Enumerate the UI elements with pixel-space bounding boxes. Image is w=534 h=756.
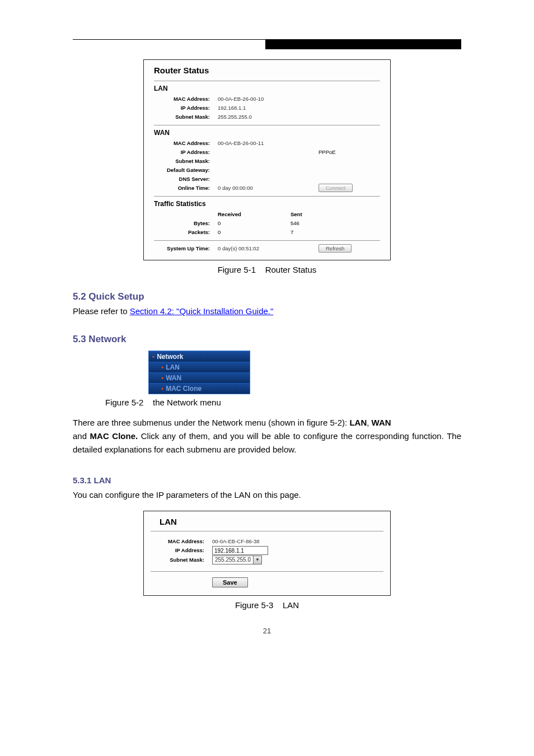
p1c: , [367,418,371,427]
menu-wan[interactable]: •WAN [149,372,250,383]
fig3-mask-label: Subnet Mask: [151,556,212,564]
fig3-mac: 00-0A-EB-CF-86-38 [212,537,383,546]
quick-setup-ref: Please refer to Section 4.2: "Quick Inst… [73,305,461,318]
bullet-icon: • [161,363,163,371]
col-sent: Sent [291,210,346,219]
row-pkts-recv: 0 [218,228,291,237]
heading-5-2: 5.2 Quick Setup [73,291,461,302]
save-button[interactable]: Save [212,577,248,587]
heading-5-3: 5.3 Network [73,334,461,345]
bullet-icon: • [152,353,154,361]
network-paragraph: There are three submenus under the Netwo… [73,416,461,456]
fig1-lan-ip: 192.168.1.1 [218,104,380,113]
quick-install-guide-link[interactable]: Section 4.2: "Quick Installation Guide." [130,306,274,316]
chevron-down-icon: ▼ [253,556,261,564]
row-bytes-recv: 0 [218,219,291,228]
fig1-wan-section: WAN MAC Address:00-0A-EB-26-00-11 IP Add… [154,125,380,193]
fig1-lan-mask: 255.255.255.0 [218,113,380,122]
fig1-lan-mac-label: MAC Address: [154,95,218,104]
col-received: Received [218,210,291,219]
fig1-uptime-section: System Up Time:0 day(s) 00:51:02Refresh [154,240,380,253]
fig1-uptime-value: 0 day(s) 00:51:02 [218,244,318,253]
fig1-wan-mask-label: Subnet Mask: [154,157,218,166]
menu-network[interactable]: •Network [149,351,250,362]
fig1-wan-online-label: Online Time: [154,184,218,193]
menu-network-label: Network [157,353,183,361]
fig1-wan-ip-label: IP Address: [154,148,218,157]
p2a: and [73,431,90,441]
figure-network-menu: •Network •LAN •WAN •MAC Clone [148,351,250,394]
fig1-title: Router Status [144,60,390,81]
row-pkts-label: Packets: [154,228,218,237]
menu-wan-label: WAN [166,374,181,382]
fig1-wan-conn-type: PPPoE [318,148,380,157]
menu-mac-clone[interactable]: •MAC Clone [149,383,250,394]
figure-router-status: Router Status LAN MAC Address:00-0A-EB-2… [143,59,391,260]
row-pkts-sent: 7 [291,228,346,237]
fig1-traffic-section: Traffic Statistics ReceivedSent Bytes:05… [154,196,380,237]
lan-ip-input[interactable] [212,546,268,555]
fig1-wan-mac-label: MAC Address: [154,139,218,148]
fig1-wan-title: WAN [154,129,380,137]
header-black-bar [265,39,461,49]
row-bytes-label: Bytes: [154,219,218,228]
fig1-lan-ip-label: IP Address: [154,104,218,113]
fig3-caption: Figure 5-3 LAN [73,600,461,610]
p1-lan: LAN [349,418,367,427]
menu-lan[interactable]: •LAN [149,362,250,372]
fig1-wan-mac: 00-0A-EB-26-00-11 [218,139,380,148]
fig1-lan-mac: 00-0A-EB-26-00-10 [218,95,380,104]
p1a: There are three submenus under the Netwo… [73,418,349,427]
connect-button[interactable]: Connect [318,184,353,192]
fig3-mac-label: MAC Address: [151,537,212,546]
fig1-wan-gw-label: Default Gateway: [154,166,218,175]
lan-intro: You can configure the IP parameters of t… [73,488,461,502]
lan-mask-select[interactable]: 255.255.255.0 ▼ [212,556,262,564]
fig1-traffic-title: Traffic Statistics [154,200,380,208]
menu-mac-clone-label: MAC Clone [166,385,202,393]
fig3-title: LAN [151,511,383,531]
page-number: 21 [73,627,461,635]
figure-lan-settings: LAN MAC Address:00-0A-EB-CF-86-38 IP Add… [143,511,391,596]
menu-lan-label: LAN [166,363,180,371]
fig1-wan-online: 0 day 00:00:00 [218,184,318,193]
fig1-caption: Figure 5-1 Router Status [73,265,461,274]
lan-mask-value: 255.255.255.0 [213,556,253,564]
fig1-uptime-label: System Up Time: [154,244,218,253]
fig1-lan-mask-label: Subnet Mask: [154,113,218,122]
fig3-ip-label: IP Address: [151,546,212,555]
row-bytes-sent: 546 [291,219,346,228]
fig1-lan-title: LAN [154,85,380,92]
fig2-caption: Figure 5-2 the Network menu [105,398,461,407]
ref-text-before: Please refer to [73,306,130,316]
p2-mac-clone: MAC Clone. [90,431,141,441]
bullet-icon: • [161,385,163,393]
bullet-icon: • [161,374,163,382]
fig1-wan-dns-label: DNS Server: [154,175,218,184]
fig1-lan-section: LAN MAC Address:00-0A-EB-26-00-10 IP Add… [154,81,380,122]
heading-5-3-1: 5.3.1 LAN [73,475,461,485]
refresh-button[interactable]: Refresh [318,244,352,253]
p1-wan: WAN [372,418,391,427]
